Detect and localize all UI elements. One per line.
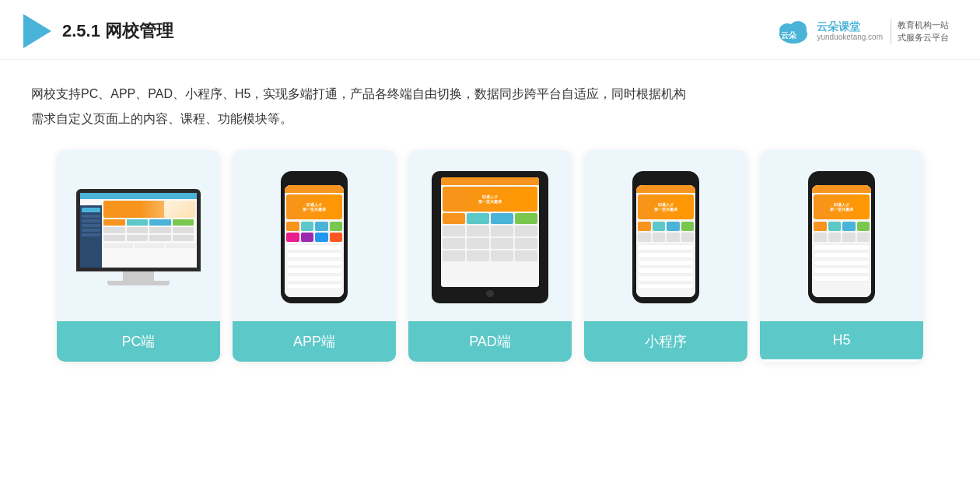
cloud-logo-icon: 云朵 xyxy=(775,17,812,45)
pc-grid xyxy=(103,219,195,241)
mini-course-4 xyxy=(638,268,694,274)
app-screen-content: 职通人才第一堂兴趣课 xyxy=(285,185,344,297)
app-icon-4 xyxy=(330,222,343,231)
brand-logo: 云朵 云朵课堂 yunduoketang.com 教育机构一站 式服务云平台 xyxy=(775,17,949,45)
pc-banner xyxy=(103,201,195,218)
app-top-bar xyxy=(285,185,344,193)
app-course-item-5 xyxy=(286,275,342,282)
pad-body: 职通人才第一堂兴趣课 xyxy=(432,171,548,303)
card-app-label: APP端 xyxy=(233,321,396,362)
mini-course-2 xyxy=(638,252,694,258)
app-course-item-1 xyxy=(286,244,342,250)
app-icon-8 xyxy=(330,233,343,242)
mini-course-1 xyxy=(638,244,694,250)
h5-icon-8 xyxy=(857,233,870,242)
pad-device: 职通人才第一堂兴趣课 xyxy=(432,171,548,303)
mini-icon-5 xyxy=(638,233,651,242)
header: 2.5.1 网校管理 云朵 云朵课堂 yunduoketang.com 教育机构… xyxy=(0,0,980,60)
mini-course-list xyxy=(638,244,694,289)
phone-h5-notch xyxy=(831,177,852,182)
phone-notch xyxy=(303,177,325,182)
mini-course-6 xyxy=(638,283,694,289)
app-icon-2 xyxy=(301,222,314,231)
pc-screen-content xyxy=(80,193,197,268)
mini-icon-8 xyxy=(681,233,695,242)
pad-screen: 职通人才第一堂兴趣课 xyxy=(441,177,539,287)
pc-top-bar xyxy=(80,193,197,199)
app-icon-3 xyxy=(315,222,328,231)
brand-name: 云朵课堂 xyxy=(817,20,860,33)
app-icon-6 xyxy=(301,233,314,242)
h5-screen-content: 职通人才第一堂兴趣课 xyxy=(812,185,871,297)
h5-icon-7 xyxy=(842,233,856,242)
card-pad-image: 职通人才第一堂兴趣课 xyxy=(408,150,572,321)
h5-course-5 xyxy=(814,275,870,282)
card-h5-label: H5 xyxy=(760,321,923,359)
phone-mini-screen: 职通人才第一堂兴趣课 xyxy=(636,185,695,297)
h5-top-bar xyxy=(812,185,871,193)
card-pc: PC端 xyxy=(57,150,220,362)
phone-h5-screen: 职通人才第一堂兴趣课 xyxy=(812,185,871,297)
main-content: 网校支持PC、APP、PAD、小程序、H5，实现多端打通，产品各终端自由切换，数… xyxy=(0,60,980,377)
pc-device xyxy=(76,189,201,285)
card-app: 职通人才第一堂兴趣课 xyxy=(233,150,396,362)
card-app-image: 职通人才第一堂兴趣课 xyxy=(233,150,396,321)
monitor-screen xyxy=(80,193,197,268)
phone-h5-device: 职通人才第一堂兴趣课 xyxy=(808,171,875,303)
mini-icon-3 xyxy=(667,222,680,231)
h5-icon-5 xyxy=(814,233,827,242)
h5-course-4 xyxy=(814,268,870,274)
app-icon-7 xyxy=(315,233,328,242)
pad-top-bar xyxy=(441,177,539,185)
cards-container: PC端 职通人才第一堂兴趣课 xyxy=(31,150,949,362)
pc-main-area xyxy=(102,199,197,250)
brand-slogan: 教育机构一站 式服务云平台 xyxy=(891,19,949,44)
pad-banner: 职通人才第一堂兴趣课 xyxy=(443,187,537,212)
header-left: 2.5.1 网校管理 xyxy=(23,14,173,48)
mini-icons-grid xyxy=(638,222,694,242)
h5-course-3 xyxy=(814,260,870,266)
page-title: 2.5.1 网校管理 xyxy=(62,19,173,43)
pad-screen-content: 职通人才第一堂兴趣课 xyxy=(441,177,539,287)
app-icon-5 xyxy=(286,233,299,242)
h5-icon-4 xyxy=(857,222,870,231)
h5-icons-grid xyxy=(814,222,870,242)
h5-course-list xyxy=(814,244,870,282)
logo-triangle-icon xyxy=(23,14,51,48)
card-h5: 职通人才第一堂兴趣课 xyxy=(760,150,923,362)
app-course-item-4 xyxy=(286,268,342,274)
mini-course-3 xyxy=(638,260,694,266)
mini-icon-1 xyxy=(638,222,651,231)
card-miniprogram: 职通人才第一堂兴趣课 xyxy=(584,150,747,362)
h5-course-1 xyxy=(814,244,870,250)
h5-banner: 职通人才第一堂兴趣课 xyxy=(814,194,870,219)
card-pad: 职通人才第一堂兴趣课 xyxy=(408,150,572,362)
mini-icon-4 xyxy=(681,222,695,231)
description: 网校支持PC、APP、PAD、小程序、H5，实现多端打通，产品各终端自由切换，数… xyxy=(31,82,949,131)
mini-banner: 职通人才第一堂兴趣课 xyxy=(638,194,694,219)
h5-icon-6 xyxy=(828,233,842,242)
app-course-item-6 xyxy=(286,283,342,289)
h5-icon-1 xyxy=(814,222,827,231)
card-pad-label: PAD端 xyxy=(408,321,572,362)
phone-h5-body: 职通人才第一堂兴趣课 xyxy=(808,171,875,303)
mini-top-bar xyxy=(636,185,695,193)
mini-course-5 xyxy=(638,275,694,282)
h5-icon-2 xyxy=(828,222,842,231)
card-pc-image xyxy=(57,150,220,321)
card-h5-image: 职通人才第一堂兴趣课 xyxy=(760,150,923,321)
h5-course-2 xyxy=(814,252,870,258)
svg-text:云朵: 云朵 xyxy=(781,31,797,40)
mini-screen-content: 职通人才第一堂兴趣课 xyxy=(636,185,695,297)
phone-app-device: 职通人才第一堂兴趣课 xyxy=(281,171,348,303)
h5-icon-3 xyxy=(842,222,856,231)
phone-mini-device: 职通人才第一堂兴趣课 xyxy=(632,171,699,303)
monitor-stand xyxy=(123,271,154,281)
phone-mini-notch xyxy=(655,177,677,182)
card-pc-label: PC端 xyxy=(57,321,220,362)
mini-icon-2 xyxy=(653,222,666,231)
app-course-item-3 xyxy=(286,260,342,266)
phone-app-screen: 职通人才第一堂兴趣课 xyxy=(285,185,344,297)
app-icon-1 xyxy=(286,222,299,231)
monitor-base xyxy=(107,281,170,285)
